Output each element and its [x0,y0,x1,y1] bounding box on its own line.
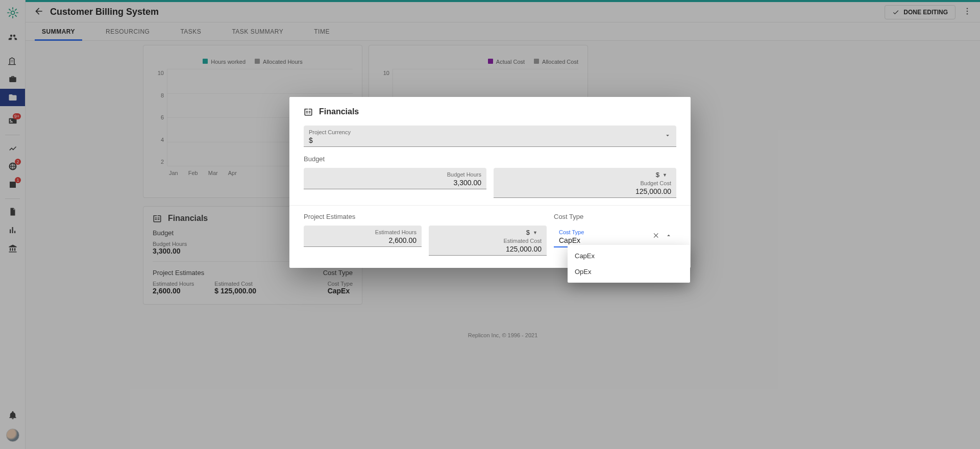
clear-button[interactable] [653,232,660,240]
chevron-down-icon: ▼ [663,172,667,178]
close-icon [653,232,660,239]
currency-select[interactable]: $ ▼ [526,229,538,237]
budget-cost-field[interactable]: $ ▼ Budget Cost [494,168,676,198]
budget-hours-field[interactable]: Budget Hours [304,168,486,189]
field-label: Estimated Hours [309,229,416,236]
project-estimates-head: Project Estimates [304,213,355,220]
cost-type-option-capex[interactable]: CapEx [568,248,690,264]
currency-symbol: $ [656,171,659,179]
estimated-cost-field[interactable]: $ ▼ Estimated Cost [429,226,547,256]
currency-symbol: $ [526,229,530,236]
estimated-hours-input[interactable] [309,236,416,244]
field-label: Budget Cost [499,180,671,187]
collapse-button[interactable] [665,232,672,240]
option-label: CapEx [575,252,595,260]
budget-section-label: Budget [304,155,676,163]
cost-type-head: Cost Type [554,213,676,220]
field-label: Budget Hours [309,171,481,178]
chevron-down-icon: ▼ [533,230,537,235]
financials-dialog: Financials Project Currency $ Budget Bud… [289,97,691,268]
budget-cost-input[interactable] [499,187,671,195]
chevron-up-icon [665,232,672,239]
cost-type-option-opex[interactable]: OpEx [568,264,690,280]
estimated-cost-input[interactable] [434,245,542,253]
estimates-header-row: Project Estimates Cost Type [304,213,676,220]
project-currency-field[interactable]: Project Currency $ [304,126,676,147]
book-icon [304,107,313,116]
dialog-title: Financials [319,107,359,116]
budget-row: Budget Hours $ ▼ Budget Cost [304,168,676,198]
budget-hours-input[interactable] [309,179,481,187]
field-label: Project Currency [309,129,671,136]
cost-type-field[interactable]: Cost Type [554,226,676,247]
option-label: OpEx [575,268,592,276]
dialog-divider [289,205,691,206]
estimated-hours-field[interactable]: Estimated Hours [304,226,422,247]
chevron-down-icon [664,132,671,140]
currency-select[interactable]: $ ▼ [656,171,668,180]
dialog-title-row: Financials [304,107,676,116]
cost-type-menu: CapEx OpEx [568,245,690,283]
field-value: $ [309,136,671,144]
field-label: Estimated Cost [434,237,542,244]
